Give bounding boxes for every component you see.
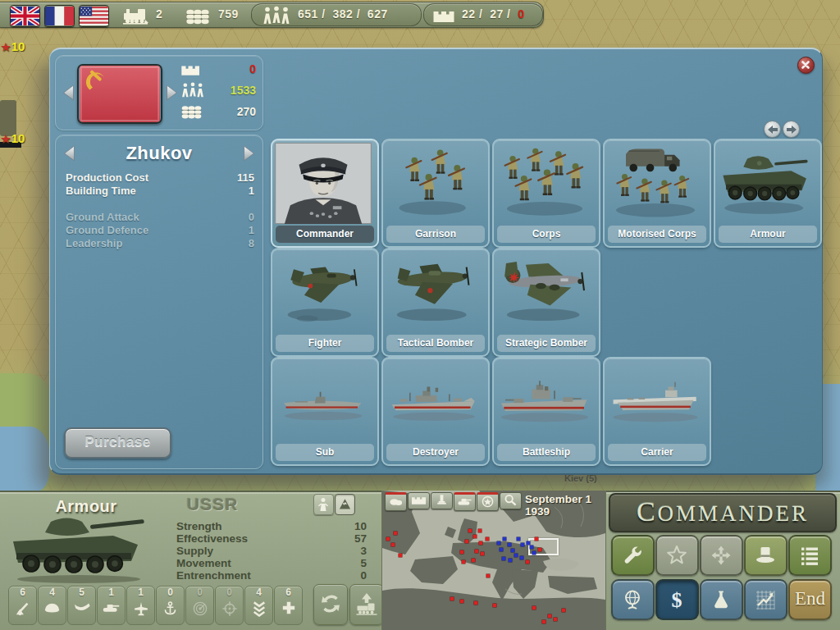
minimap[interactable]: September 1 1939 — [381, 491, 606, 630]
minimap-zoom-button[interactable] — [500, 492, 522, 509]
wrench-icon — [622, 545, 643, 566]
back-button[interactable] — [764, 121, 781, 138]
country-panel: 0 1533 270 — [55, 55, 263, 130]
unit-card-motorised-corps[interactable]: Motorised Corps — [603, 139, 711, 248]
minimap-toggle-weather[interactable] — [385, 492, 407, 511]
badge-infantry: 4 — [38, 586, 66, 625]
stat-row: Movement5 — [176, 557, 367, 569]
badge-experience: 4 — [244, 586, 273, 625]
flask-icon — [710, 589, 732, 610]
unit-card-corps[interactable]: Corps — [492, 139, 600, 248]
minimap-unit-dot — [450, 597, 454, 600]
unit-card-destroyer[interactable]: Destroyer — [381, 357, 490, 466]
cloud-icon — [388, 495, 404, 507]
unit-card-commander[interactable]: Commander — [271, 139, 379, 248]
selection-panel: Zhukov Production Cost115 Building Time1… — [55, 135, 263, 469]
badge-air-attack: 5 — [67, 586, 96, 625]
minimap-unit-dot — [394, 532, 397, 535]
minimap-unit-dot — [497, 541, 500, 545]
minimap-unit-dot — [475, 550, 478, 553]
minimap-unit-dot — [473, 535, 477, 538]
factory-icon — [432, 7, 457, 24]
tank-icon — [457, 495, 472, 507]
reinforce-button[interactable] — [313, 584, 348, 625]
rail-value: 2 — [156, 7, 162, 21]
minimap-unit-dot — [502, 557, 505, 560]
purchase-button[interactable]: Purchase — [64, 427, 171, 459]
dollar-icon: $ — [666, 589, 687, 612]
tactical-bomber-sprite — [385, 251, 483, 333]
faction-label: USSR — [187, 495, 238, 514]
next-item-button[interactable] — [242, 144, 256, 162]
minimap-toggle-units[interactable] — [454, 492, 476, 511]
game-logo: COMMANDER — [609, 493, 837, 532]
usa-flag[interactable] — [79, 5, 109, 27]
minimap-unit-dot — [548, 614, 551, 618]
minimap-unit-dot — [500, 548, 503, 551]
unit-grid: Commander Garrison Corps Motorised Corps… — [271, 139, 819, 467]
minimap-toggle-flags[interactable] — [477, 492, 499, 511]
infantry-mode-button[interactable] — [313, 494, 334, 515]
world-button[interactable] — [611, 579, 655, 620]
stat-row: Ground Defence1 — [66, 224, 254, 236]
fighter-sprite — [274, 251, 372, 333]
elite-button[interactable] — [655, 535, 699, 576]
chevrons-icon — [252, 600, 267, 617]
carrier-sprite — [606, 360, 705, 442]
minimap-unit-dot — [399, 554, 402, 557]
minimap-unit-dot — [509, 559, 512, 562]
oil-icon — [185, 7, 210, 25]
purchase-screen-button[interactable]: $ — [655, 579, 699, 620]
uk-flag[interactable] — [10, 5, 40, 27]
minimap-unit-dot — [532, 551, 536, 555]
garrison-sprite — [385, 142, 483, 224]
unit-card-garrison[interactable]: Garrison — [381, 139, 490, 248]
statistics-button[interactable] — [744, 579, 788, 620]
end-turn-button[interactable]: End — [788, 579, 832, 620]
minimap-unit-dot — [462, 560, 465, 564]
commander-portrait — [275, 143, 372, 224]
minimap-unit-dot — [465, 540, 468, 543]
minimap-unit-dot — [472, 559, 475, 562]
move-button[interactable] — [700, 535, 743, 576]
unit-card-tactical-bomber[interactable]: Tactical Bomber — [381, 248, 490, 357]
unit-card-battleship[interactable]: Battleship — [492, 357, 600, 466]
terrain-mode-button[interactable] — [335, 494, 355, 515]
corps-sprite — [495, 142, 594, 224]
reports-button[interactable] — [788, 535, 832, 576]
badge-medic: 6 — [274, 586, 303, 625]
production-pill: 22 / 27 / 0 — [423, 3, 543, 26]
unit-card-fighter[interactable]: Fighter — [271, 248, 379, 357]
svg-text:$: $ — [672, 589, 682, 612]
stat-row: Supply3 — [176, 545, 367, 557]
minimap-unit-dot — [493, 604, 496, 607]
diplomacy-button[interactable] — [744, 535, 788, 576]
research-button[interactable] — [700, 579, 743, 620]
minimap-toggle-cities[interactable] — [431, 492, 453, 509]
unit-card-sub[interactable]: Sub — [271, 357, 379, 466]
prev-item-button[interactable] — [62, 144, 76, 162]
stat-row: Building Time1 — [66, 185, 254, 197]
close-button[interactable] — [797, 57, 815, 74]
factory-icon — [411, 494, 427, 505]
stat-row: Production Cost115 — [66, 171, 254, 184]
unit-card-carrier[interactable]: Carrier — [603, 357, 711, 466]
minimap-unit-dot — [386, 537, 390, 541]
unit-card-strategic-bomber[interactable]: Strategic Bomber — [492, 248, 600, 357]
minimap-unit-dot — [481, 552, 484, 555]
france-flag[interactable] — [44, 5, 75, 27]
upgrade-transport-button[interactable] — [349, 584, 384, 625]
unit-card-armour[interactable]: Armour — [714, 139, 822, 248]
minimap-toggle-resources[interactable] — [408, 492, 430, 509]
badge-anti-tank: 6 — [8, 586, 37, 625]
minimap-unit-dot — [474, 601, 477, 605]
prev-country-button[interactable] — [62, 84, 75, 102]
forward-button[interactable] — [783, 121, 800, 138]
next-country-button[interactable] — [165, 84, 179, 102]
minimap-unit-dot — [526, 560, 529, 564]
rail-icon — [123, 6, 149, 25]
repair-button[interactable] — [611, 535, 655, 576]
minimap-unit-dot — [532, 606, 536, 609]
badge-radar: 0 — [185, 586, 214, 625]
map-unit-value: ★10 — [1, 39, 25, 53]
